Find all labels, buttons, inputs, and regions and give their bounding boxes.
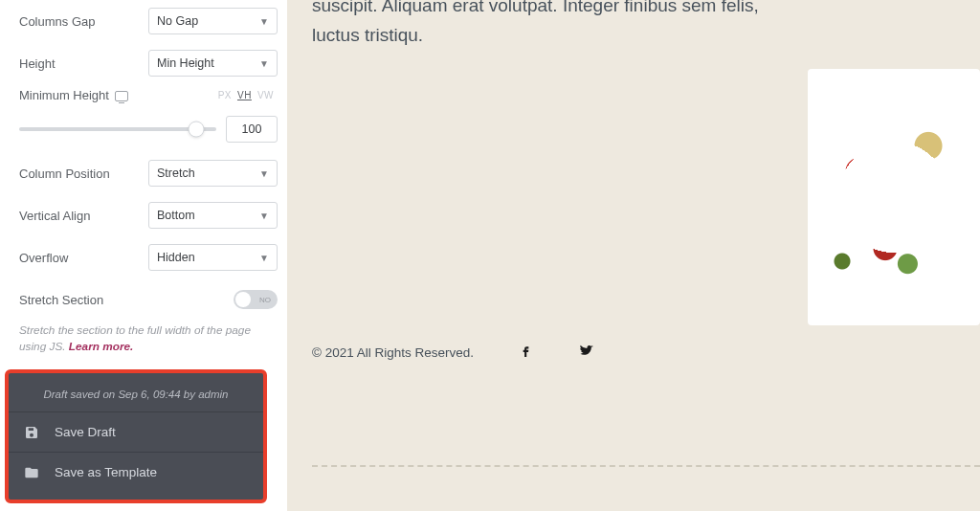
overflow-select[interactable]: Hidden ▼ [148, 244, 278, 271]
min-height-label: Minimum Height [19, 88, 128, 102]
height-select[interactable]: Min Height ▼ [148, 50, 278, 77]
columns-gap-select[interactable]: No Gap ▼ [148, 8, 278, 34]
control-height: Height Min Height ▼ [19, 42, 278, 84]
slider-thumb[interactable] [189, 122, 205, 138]
facebook-icon [518, 343, 534, 359]
control-stretch-section: Stretch Section NO [19, 278, 278, 321]
column-position-value: Stretch [157, 167, 195, 180]
learn-more-link[interactable]: Learn more. [69, 340, 134, 353]
height-label: Height [19, 56, 134, 71]
folder-icon [24, 465, 39, 480]
unit-px[interactable]: PX [218, 90, 232, 100]
vertical-align-select[interactable]: Bottom ▼ [148, 202, 278, 229]
overflow-label: Overflow [19, 251, 134, 265]
control-min-height: Minimum Height PX VH VW [19, 88, 278, 143]
control-vertical-align: Vertical Align Bottom ▼ [19, 194, 278, 236]
desktop-icon[interactable] [115, 91, 128, 101]
twitter-link[interactable] [578, 343, 594, 362]
column-position-label: Column Position [19, 167, 134, 181]
preview-canvas: suscipit. Aliquam erat volutpat. Integer… [287, 0, 980, 511]
twitter-icon [578, 343, 594, 359]
save-template-button[interactable]: Save as Template [9, 452, 263, 492]
body-paragraph: suscipit. Aliquam erat volutpat. Integer… [312, 0, 800, 51]
save-template-label: Save as Template [55, 465, 157, 479]
social-links [518, 343, 594, 362]
unit-switcher: PX VH VW [218, 90, 278, 100]
chevron-down-icon: ▼ [259, 58, 269, 69]
save-draft-label: Save Draft [55, 425, 116, 439]
min-height-input[interactable] [226, 116, 278, 143]
copyright-text: © 2021 All Rights Reserved. [312, 345, 474, 360]
save-icon [24, 425, 39, 440]
section-divider [312, 465, 980, 467]
page-footer: © 2021 All Rights Reserved. [312, 343, 594, 362]
chevron-down-icon: ▼ [259, 211, 269, 221]
height-value: Min Height [157, 56, 214, 70]
column-position-select[interactable]: Stretch ▼ [148, 160, 278, 187]
unit-vw[interactable]: VW [257, 90, 274, 100]
columns-gap-value: No Gap [157, 14, 198, 28]
editor-sidebar: Columns Gap No Gap ▼ Height Min Height ▼… [0, 0, 287, 511]
save-draft-button[interactable]: Save Draft [9, 411, 263, 452]
vertical-align-value: Bottom [157, 209, 195, 222]
overflow-value: Hidden [157, 251, 195, 264]
control-columns-gap: Columns Gap No Gap ▼ [19, 0, 278, 42]
min-height-slider[interactable] [19, 127, 216, 131]
save-menu: Draft saved on Sep 6, 09:44 by admin Sav… [5, 369, 267, 503]
stretch-toggle[interactable]: NO [234, 290, 278, 309]
chevron-down-icon: ▼ [259, 168, 269, 179]
chevron-down-icon: ▼ [259, 253, 269, 263]
columns-gap-label: Columns Gap [19, 14, 134, 29]
toggle-off-text: NO [259, 296, 271, 304]
control-column-position: Column Position Stretch ▼ [19, 152, 278, 194]
dish-image [808, 69, 980, 325]
chevron-down-icon: ▼ [259, 16, 269, 27]
draft-saved-note: Draft saved on Sep 6, 09:44 by admin [9, 383, 263, 411]
facebook-link[interactable] [518, 343, 534, 362]
vertical-align-label: Vertical Align [19, 209, 134, 223]
unit-vh[interactable]: VH [237, 90, 252, 100]
control-overflow: Overflow Hidden ▼ [19, 236, 278, 278]
stretch-helper-text: Stretch the section to the full width of… [19, 321, 278, 362]
stretch-label: Stretch Section [19, 293, 134, 307]
